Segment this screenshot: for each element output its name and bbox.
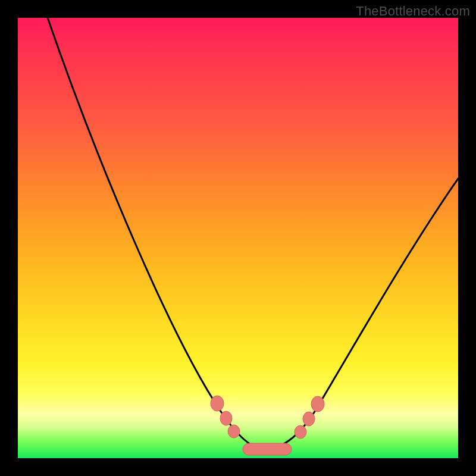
marker-dot: [211, 396, 224, 411]
chart-svg: [18, 18, 458, 458]
plot-area: [18, 18, 458, 458]
watermark-text: TheBottleneck.com: [356, 4, 470, 19]
marker-dot: [220, 411, 232, 425]
marker-dot: [311, 396, 324, 412]
marker-dot: [228, 425, 240, 438]
marker-dot: [303, 412, 315, 426]
marker-bar: [243, 443, 292, 455]
chart-frame: TheBottleneck.com: [0, 0, 476, 476]
bottleneck-curve: [48, 18, 458, 449]
marker-dot: [295, 425, 306, 439]
